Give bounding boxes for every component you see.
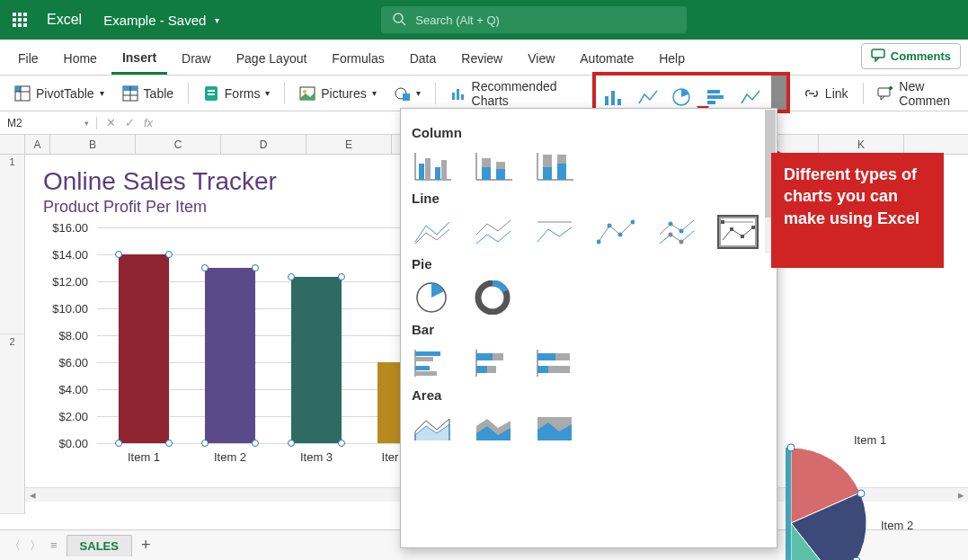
- accept-formula-icon[interactable]: ✓: [125, 116, 135, 129]
- chart-category-bar: Bar: [412, 322, 766, 337]
- bar-item-1[interactable]: [119, 254, 169, 443]
- 100-stacked-column-icon[interactable]: [534, 149, 575, 183]
- file-name[interactable]: Example - Saved: [103, 13, 206, 28]
- pie-label: Item 1: [854, 433, 886, 447]
- chevron-down-icon: ▾: [100, 88, 104, 98]
- app-launcher-button[interactable]: [0, 13, 40, 27]
- bar-item-2[interactable]: [205, 268, 255, 443]
- tab-home[interactable]: Home: [53, 46, 108, 75]
- tab-data[interactable]: Data: [399, 46, 448, 75]
- embedded-chart-bar[interactable]: Online Sales Tracker Product Profit Per …: [36, 162, 431, 512]
- col-header[interactable]: D: [221, 135, 306, 154]
- svg-line-1: [402, 22, 405, 25]
- sheet-nav-prev-icon[interactable]: 〈: [9, 538, 21, 554]
- svg-rect-69: [415, 351, 440, 356]
- col-header[interactable]: C: [136, 135, 221, 154]
- line-icon[interactable]: [412, 215, 453, 249]
- tab-automate[interactable]: Automate: [569, 46, 644, 75]
- row-headers: 1 2: [0, 155, 25, 514]
- stacked-area-icon[interactable]: [473, 412, 514, 446]
- 100-stacked-line-markers-icon[interactable]: [717, 215, 759, 249]
- clustered-column-icon[interactable]: [412, 149, 453, 183]
- svg-rect-50: [543, 155, 552, 167]
- y-tick: $6.00: [58, 356, 88, 369]
- area-icon[interactable]: [412, 412, 453, 446]
- cancel-formula-icon[interactable]: ✕: [106, 116, 116, 129]
- clustered-bar-icon[interactable]: [412, 346, 453, 380]
- search-box[interactable]: Search (Alt + Q): [381, 6, 687, 33]
- pivottable-button[interactable]: PivotTable ▾: [9, 82, 110, 105]
- new-comment-icon: [877, 85, 893, 102]
- pictures-button[interactable]: Pictures ▾: [294, 82, 382, 105]
- sheet-nav-next-icon[interactable]: 〉: [30, 538, 41, 554]
- tab-draw[interactable]: Draw: [171, 46, 222, 75]
- fx-icon[interactable]: fx: [144, 116, 153, 129]
- new-comment-button[interactable]: New Commen: [872, 76, 959, 111]
- tab-help[interactable]: Help: [648, 46, 696, 75]
- 100-stacked-bar-icon[interactable]: [534, 346, 575, 380]
- svg-point-15: [303, 90, 306, 93]
- chevron-down-icon: ▾: [416, 88, 421, 98]
- row-header[interactable]: 2: [0, 334, 24, 514]
- 100-stacked-area-icon[interactable]: [534, 412, 575, 446]
- stacked-line-icon[interactable]: [473, 215, 514, 249]
- link-button[interactable]: Link: [798, 82, 854, 105]
- bar-item-4[interactable]: [377, 362, 403, 443]
- app-name: Excel: [47, 12, 82, 28]
- comments-button[interactable]: Comments: [861, 43, 961, 69]
- line-markers-icon[interactable]: [595, 215, 636, 249]
- chevron-down-icon: ▾: [265, 88, 270, 98]
- svg-rect-47: [496, 169, 505, 180]
- all-sheets-icon[interactable]: ≡: [50, 538, 58, 552]
- col-header[interactable]: K: [819, 135, 904, 154]
- stacked-column-icon[interactable]: [473, 149, 514, 183]
- embedded-chart-pie[interactable]: Item 1 Item 2 Item 3: [782, 433, 962, 560]
- scroll-left-icon[interactable]: ◂: [25, 488, 40, 502]
- bar-item-3[interactable]: [291, 277, 342, 443]
- chart-types-dropdown: Column Line Pie Bar Area: [400, 108, 777, 548]
- svg-rect-13: [208, 93, 215, 95]
- svg-rect-53: [557, 164, 566, 180]
- chevron-down-icon[interactable]: ▾: [215, 15, 219, 25]
- svg-rect-51: [543, 167, 552, 180]
- col-header[interactable]: E: [306, 135, 392, 154]
- stacked-line-markers-icon[interactable]: [656, 215, 697, 249]
- chart-subtitle: Product Profit Per Item: [36, 196, 431, 227]
- table-button[interactable]: Table: [117, 82, 179, 105]
- tab-review[interactable]: Review: [450, 46, 513, 75]
- svg-point-32: [787, 444, 795, 451]
- link-label: Link: [825, 86, 848, 101]
- forms-button[interactable]: Forms ▾: [198, 82, 276, 105]
- chevron-down-icon: ▾: [372, 88, 377, 98]
- chart-plot-area: $16.00 $14.00 $12.00 $10.00 $8.00 $6.00 …: [45, 227, 431, 479]
- tab-page-layout[interactable]: Page Layout: [226, 46, 318, 75]
- svg-rect-2: [872, 49, 884, 58]
- svg-point-60: [669, 233, 673, 237]
- name-box[interactable]: M2 ▾: [0, 117, 97, 129]
- chart-category-column: Column: [412, 125, 766, 140]
- col-header[interactable]: A: [25, 135, 50, 154]
- tab-insert[interactable]: Insert: [111, 45, 167, 75]
- shapes-button[interactable]: ▾: [389, 82, 426, 105]
- tab-file[interactable]: File: [7, 46, 49, 75]
- svg-rect-77: [487, 366, 496, 373]
- svg-rect-62: [721, 220, 724, 224]
- sheet-tab-sales[interactable]: SALES: [67, 535, 132, 556]
- 100-stacked-line-icon[interactable]: [534, 215, 575, 249]
- recommended-charts-button[interactable]: Recommended Charts: [445, 76, 566, 111]
- title-bar: Excel Example - Saved ▾ Search (Alt + Q): [0, 0, 968, 40]
- col-header[interactable]: B: [50, 135, 136, 154]
- select-all-corner[interactable]: [0, 135, 25, 154]
- tab-formulas[interactable]: Formulas: [321, 46, 395, 75]
- recommended-charts-icon: [450, 85, 466, 102]
- svg-rect-46: [496, 162, 505, 169]
- add-sheet-button[interactable]: +: [141, 536, 151, 555]
- row-header[interactable]: 1: [0, 155, 24, 334]
- pie-icon[interactable]: [412, 280, 453, 315]
- x-label: Iter: [377, 450, 403, 464]
- y-tick: $12.00: [52, 275, 88, 289]
- doughnut-icon[interactable]: [473, 280, 514, 315]
- tab-view[interactable]: View: [517, 46, 565, 75]
- pictures-label: Pictures: [321, 86, 367, 101]
- stacked-bar-icon[interactable]: [473, 346, 514, 380]
